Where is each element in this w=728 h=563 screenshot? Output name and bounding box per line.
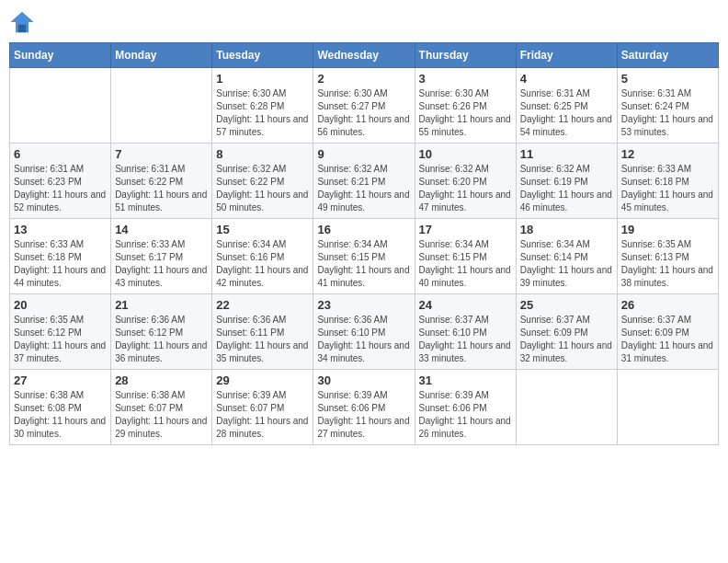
calendar-cell: 8Sunrise: 6:32 AMSunset: 6:22 PMDaylight… (212, 144, 313, 219)
calendar-cell: 6Sunrise: 6:31 AMSunset: 6:23 PMDaylight… (10, 144, 111, 219)
day-number: 10 (419, 147, 512, 161)
day-number: 1 (216, 72, 309, 86)
day-info: Sunrise: 6:37 AMSunset: 6:09 PMDaylight:… (520, 314, 613, 365)
calendar-cell: 26Sunrise: 6:37 AMSunset: 6:09 PMDayligh… (617, 294, 718, 370)
page-header (9, 9, 719, 35)
calendar-cell: 25Sunrise: 6:37 AMSunset: 6:09 PMDayligh… (516, 294, 617, 370)
day-number: 31 (419, 373, 512, 387)
calendar-table: SundayMondayTuesdayWednesdayThursdayFrid… (9, 42, 719, 445)
day-number: 9 (317, 147, 410, 161)
day-number: 20 (14, 298, 107, 312)
calendar-cell: 24Sunrise: 6:37 AMSunset: 6:10 PMDayligh… (415, 294, 516, 370)
day-info: Sunrise: 6:30 AMSunset: 6:27 PMDaylight:… (317, 87, 410, 139)
day-number: 23 (317, 298, 410, 312)
calendar-cell: 20Sunrise: 6:35 AMSunset: 6:12 PMDayligh… (10, 294, 111, 370)
day-info: Sunrise: 6:33 AMSunset: 6:17 PMDaylight:… (115, 238, 208, 290)
day-number: 28 (115, 373, 208, 387)
calendar-cell: 16Sunrise: 6:34 AMSunset: 6:15 PMDayligh… (313, 219, 415, 294)
day-info: Sunrise: 6:34 AMSunset: 6:14 PMDaylight:… (520, 238, 613, 290)
calendar-cell: 23Sunrise: 6:36 AMSunset: 6:10 PMDayligh… (313, 294, 415, 370)
day-info: Sunrise: 6:32 AMSunset: 6:22 PMDaylight:… (216, 163, 309, 214)
day-info: Sunrise: 6:39 AMSunset: 6:06 PMDaylight:… (419, 389, 512, 441)
day-info: Sunrise: 6:35 AMSunset: 6:12 PMDaylight:… (14, 314, 107, 365)
day-number: 11 (520, 147, 613, 161)
calendar-cell: 18Sunrise: 6:34 AMSunset: 6:14 PMDayligh… (516, 219, 617, 294)
day-info: Sunrise: 6:36 AMSunset: 6:12 PMDaylight:… (115, 314, 208, 365)
day-info: Sunrise: 6:34 AMSunset: 6:15 PMDaylight:… (317, 238, 410, 290)
day-number: 30 (317, 373, 410, 387)
day-info: Sunrise: 6:32 AMSunset: 6:21 PMDaylight:… (317, 163, 410, 214)
day-info: Sunrise: 6:37 AMSunset: 6:09 PMDaylight:… (621, 314, 714, 365)
day-number: 16 (317, 223, 410, 236)
calendar-cell: 5Sunrise: 6:31 AMSunset: 6:24 PMDaylight… (617, 68, 718, 144)
calendar-body: 1Sunrise: 6:30 AMSunset: 6:28 PMDaylight… (10, 68, 719, 445)
day-number: 17 (419, 223, 512, 236)
calendar-cell: 12Sunrise: 6:33 AMSunset: 6:18 PMDayligh… (617, 144, 718, 219)
calendar-cell: 30Sunrise: 6:39 AMSunset: 6:06 PMDayligh… (313, 370, 415, 445)
calendar-cell: 17Sunrise: 6:34 AMSunset: 6:15 PMDayligh… (415, 219, 516, 294)
day-number: 19 (621, 223, 714, 236)
calendar-cell: 11Sunrise: 6:32 AMSunset: 6:19 PMDayligh… (516, 144, 617, 219)
calendar-cell: 28Sunrise: 6:38 AMSunset: 6:07 PMDayligh… (111, 370, 212, 445)
day-info: Sunrise: 6:39 AMSunset: 6:06 PMDaylight:… (317, 389, 410, 441)
day-number: 21 (115, 298, 208, 312)
day-info: Sunrise: 6:32 AMSunset: 6:20 PMDaylight:… (419, 163, 512, 214)
day-number: 15 (216, 223, 309, 236)
calendar-cell: 22Sunrise: 6:36 AMSunset: 6:11 PMDayligh… (212, 294, 313, 370)
calendar-cell: 15Sunrise: 6:34 AMSunset: 6:16 PMDayligh… (212, 219, 313, 294)
calendar-cell: 4Sunrise: 6:31 AMSunset: 6:25 PMDaylight… (516, 68, 617, 144)
calendar-cell: 7Sunrise: 6:31 AMSunset: 6:22 PMDaylight… (111, 144, 212, 219)
day-info: Sunrise: 6:31 AMSunset: 6:22 PMDaylight:… (115, 163, 208, 214)
calendar-cell: 9Sunrise: 6:32 AMSunset: 6:21 PMDaylight… (313, 144, 415, 219)
calendar-cell: 3Sunrise: 6:30 AMSunset: 6:26 PMDaylight… (415, 68, 516, 144)
weekday-sunday: Sunday (10, 43, 111, 68)
calendar-cell: 1Sunrise: 6:30 AMSunset: 6:28 PMDaylight… (212, 68, 313, 144)
day-info: Sunrise: 6:38 AMSunset: 6:08 PMDaylight:… (14, 389, 107, 441)
calendar-cell: 10Sunrise: 6:32 AMSunset: 6:20 PMDayligh… (415, 144, 516, 219)
week-row-5: 27Sunrise: 6:38 AMSunset: 6:08 PMDayligh… (10, 370, 719, 445)
day-number: 14 (115, 223, 208, 236)
day-number: 26 (621, 298, 714, 312)
calendar-cell: 21Sunrise: 6:36 AMSunset: 6:12 PMDayligh… (111, 294, 212, 370)
logo-icon (9, 9, 35, 35)
weekday-thursday: Thursday (415, 43, 516, 68)
week-row-1: 1Sunrise: 6:30 AMSunset: 6:28 PMDaylight… (10, 68, 719, 144)
calendar-cell: 29Sunrise: 6:39 AMSunset: 6:07 PMDayligh… (212, 370, 313, 445)
day-number: 29 (216, 373, 309, 387)
day-info: Sunrise: 6:33 AMSunset: 6:18 PMDaylight:… (14, 238, 107, 290)
day-info: Sunrise: 6:33 AMSunset: 6:18 PMDaylight:… (621, 163, 714, 214)
day-info: Sunrise: 6:31 AMSunset: 6:24 PMDaylight:… (621, 87, 714, 139)
calendar-cell (10, 68, 111, 144)
day-number: 18 (520, 223, 613, 236)
day-info: Sunrise: 6:34 AMSunset: 6:16 PMDaylight:… (216, 238, 309, 290)
day-number: 8 (216, 147, 309, 161)
calendar-cell: 27Sunrise: 6:38 AMSunset: 6:08 PMDayligh… (10, 370, 111, 445)
weekday-wednesday: Wednesday (313, 43, 415, 68)
day-number: 3 (419, 72, 512, 86)
calendar-cell: 14Sunrise: 6:33 AMSunset: 6:17 PMDayligh… (111, 219, 212, 294)
day-number: 4 (520, 72, 613, 86)
day-info: Sunrise: 6:30 AMSunset: 6:28 PMDaylight:… (216, 87, 309, 139)
calendar-cell (617, 370, 718, 445)
logo (9, 9, 39, 35)
calendar-cell: 13Sunrise: 6:33 AMSunset: 6:18 PMDayligh… (10, 219, 111, 294)
week-row-4: 20Sunrise: 6:35 AMSunset: 6:12 PMDayligh… (10, 294, 719, 370)
calendar-cell (111, 68, 212, 144)
weekday-saturday: Saturday (617, 43, 718, 68)
day-info: Sunrise: 6:32 AMSunset: 6:19 PMDaylight:… (520, 163, 613, 214)
day-number: 24 (419, 298, 512, 312)
calendar-cell (516, 370, 617, 445)
day-info: Sunrise: 6:31 AMSunset: 6:23 PMDaylight:… (14, 163, 107, 214)
weekday-monday: Monday (111, 43, 212, 68)
day-number: 27 (14, 373, 107, 387)
day-info: Sunrise: 6:35 AMSunset: 6:13 PMDaylight:… (621, 238, 714, 290)
day-info: Sunrise: 6:31 AMSunset: 6:25 PMDaylight:… (520, 87, 613, 139)
day-info: Sunrise: 6:36 AMSunset: 6:11 PMDaylight:… (216, 314, 309, 365)
week-row-3: 13Sunrise: 6:33 AMSunset: 6:18 PMDayligh… (10, 219, 719, 294)
svg-rect-1 (18, 25, 26, 32)
day-info: Sunrise: 6:34 AMSunset: 6:15 PMDaylight:… (419, 238, 512, 290)
day-number: 13 (14, 223, 107, 236)
calendar-cell: 2Sunrise: 6:30 AMSunset: 6:27 PMDaylight… (313, 68, 415, 144)
weekday-friday: Friday (516, 43, 617, 68)
week-row-2: 6Sunrise: 6:31 AMSunset: 6:23 PMDaylight… (10, 144, 719, 219)
